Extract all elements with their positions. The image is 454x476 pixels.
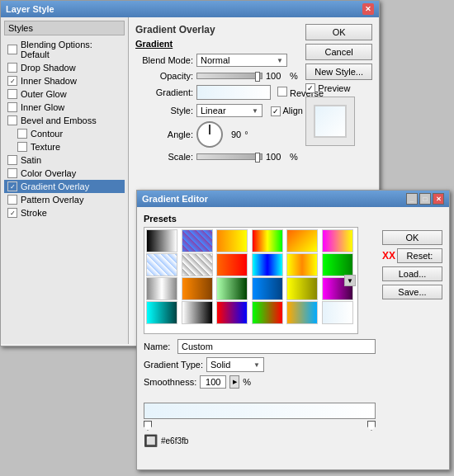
ge-save-button[interactable]: Save... (382, 285, 442, 299)
close-button[interactable]: ✕ (362, 3, 374, 15)
sidebar-item-patternoverlay[interactable]: Pattern Overlay (4, 193, 125, 206)
bevel-checkbox[interactable] (7, 115, 17, 125)
sidebar-item-coloroverlay[interactable]: Color Overlay (4, 167, 125, 180)
preset-item[interactable] (252, 253, 283, 276)
smoothness-input[interactable] (200, 375, 226, 389)
preset-item[interactable] (216, 301, 248, 324)
gradient-preview[interactable] (196, 85, 271, 100)
gradient-type-value: Solid (210, 360, 230, 370)
innerglow-checkbox[interactable] (7, 102, 17, 112)
ok-button[interactable]: OK (305, 24, 372, 40)
preset-item[interactable] (322, 253, 353, 276)
stop-marker-left[interactable] (144, 421, 152, 431)
angle-value: 90 (231, 130, 241, 139)
sidebar-item-innerglow[interactable]: Inner Glow (4, 101, 125, 114)
dropshadow-checkbox[interactable] (7, 63, 17, 73)
preview-checkbox[interactable]: ✓ (305, 83, 315, 93)
preset-item[interactable] (286, 277, 318, 300)
preset-item[interactable] (216, 277, 248, 300)
sidebar-item-stroke[interactable]: ✓ Stroke (4, 206, 125, 219)
gradientoverlay-checkbox[interactable]: ✓ (7, 181, 17, 191)
maximize-button[interactable]: □ (419, 193, 431, 205)
scroll-down-arrow[interactable]: ▼ (344, 275, 356, 286)
patternoverlay-checkbox[interactable] (7, 195, 17, 205)
presets-grid-container: ▼ (144, 227, 358, 334)
opacity-label: Opacity: (135, 71, 193, 81)
coloroverlay-checkbox[interactable] (7, 168, 17, 178)
preset-item[interactable] (216, 229, 248, 252)
scale-thumb (255, 153, 260, 163)
styles-sidebar: Styles Blending Options: Default Drop Sh… (1, 17, 129, 344)
preset-item[interactable] (216, 253, 248, 276)
preset-item[interactable] (252, 229, 283, 252)
stop-marker-right[interactable] (367, 421, 376, 431)
name-row: Name: (144, 339, 376, 354)
angle-dial[interactable] (196, 121, 223, 148)
reverse-checkbox[interactable] (277, 87, 287, 97)
close-button[interactable]: ✕ (433, 193, 444, 205)
preset-item[interactable] (286, 301, 318, 324)
preset-item[interactable] (146, 277, 177, 300)
sidebar-item-texture[interactable]: Texture (4, 140, 125, 153)
sidebar-item-satin[interactable]: Satin (4, 153, 125, 167)
sidebar-item-blending[interactable]: Blending Options: Default (4, 38, 125, 61)
satin-checkbox[interactable] (7, 155, 17, 165)
gradient-editor-title: Gradient Editor (142, 194, 208, 204)
sidebar-item-label: Bevel and Emboss (21, 115, 97, 125)
blend-mode-dropdown[interactable]: Normal ▼ (196, 54, 287, 67)
opacity-slider[interactable] (196, 73, 262, 79)
opacity-slider-container: 100 % (196, 71, 298, 81)
preset-item[interactable] (146, 301, 177, 324)
preset-item[interactable] (182, 277, 213, 300)
minimize-button[interactable]: _ (406, 193, 418, 205)
style-dropdown[interactable]: Linear ▼ (196, 104, 262, 117)
sidebar-item-gradientoverlay[interactable]: ✓ Gradient Overlay (4, 180, 125, 193)
sidebar-item-dropshadow[interactable]: Drop Shadow (4, 61, 125, 74)
sidebar-item-contour[interactable]: Contour (4, 127, 125, 140)
blend-mode-value: Normal (201, 55, 229, 65)
gradient-label: Gradient: (135, 87, 193, 97)
scale-slider[interactable] (196, 153, 262, 160)
preset-item[interactable] (182, 253, 213, 276)
ge-reset-button[interactable]: Reset: (397, 248, 442, 263)
preset-item[interactable] (182, 229, 213, 252)
preset-item[interactable] (146, 253, 177, 276)
preset-item[interactable] (286, 253, 318, 276)
gradient-bar-container (144, 394, 376, 431)
color-stop-label: 🔲 #e6f3fb (144, 434, 376, 447)
gradient-type-dropdown[interactable]: Solid ▼ (206, 357, 264, 372)
stroke-checkbox[interactable]: ✓ (7, 208, 17, 218)
presets-grid (144, 228, 357, 326)
preset-item[interactable] (252, 277, 283, 300)
blending-checkbox[interactable] (7, 45, 17, 54)
blend-mode-label: Blend Mode: (135, 55, 193, 65)
smoothness-stepper[interactable]: ▶ (229, 375, 239, 389)
sidebar-item-outerglow[interactable]: Outer Glow (4, 87, 125, 101)
gradient-bar[interactable] (144, 403, 376, 419)
cancel-button[interactable]: Cancel (305, 44, 372, 60)
innershadow-checkbox[interactable]: ✓ (7, 76, 17, 86)
ge-ok-button[interactable]: OK (382, 230, 442, 245)
preset-item[interactable] (286, 229, 318, 252)
sidebar-item-innershadow[interactable]: ✓ Inner Shadow (4, 74, 125, 87)
sidebar-item-label: Contour (31, 129, 63, 139)
opacity-thumb (255, 72, 260, 82)
preset-item[interactable] (182, 301, 213, 324)
new-style-button[interactable]: New Style... (305, 64, 372, 80)
ge-load-button[interactable]: Load... (382, 266, 442, 281)
scale-unit: % (290, 152, 298, 162)
preset-item[interactable] (252, 301, 283, 324)
gradient-editor-main: Presets ▼ Name: Gradient Type: Solid ▼ (144, 214, 376, 447)
texture-checkbox[interactable] (17, 142, 27, 152)
preset-item[interactable] (322, 229, 353, 252)
name-input[interactable] (177, 339, 376, 354)
titlebar-controls: _ □ ✕ (406, 193, 444, 205)
preset-item[interactable] (322, 301, 353, 324)
align-layer-checkbox[interactable]: ✓ (271, 106, 281, 116)
outerglow-checkbox[interactable] (7, 89, 17, 99)
smoothness-row: Smoothness: ▶ % (144, 375, 376, 389)
sidebar-item-label: Gradient Overlay (21, 181, 89, 191)
preset-item[interactable] (146, 229, 177, 252)
sidebar-item-bevel[interactable]: Bevel and Emboss (4, 114, 125, 127)
contour-checkbox[interactable] (17, 129, 27, 139)
